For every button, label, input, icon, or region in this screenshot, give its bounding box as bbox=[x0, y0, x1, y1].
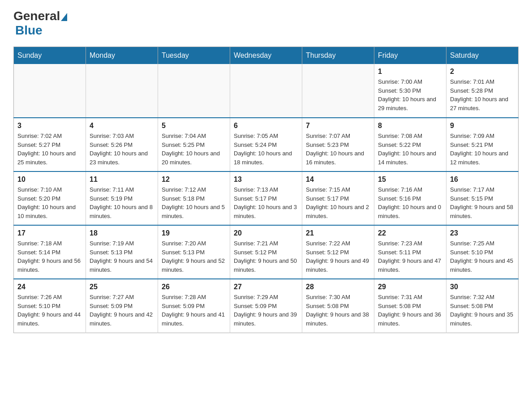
weekday-header-tuesday: Tuesday bbox=[158, 47, 230, 64]
day-number: 7 bbox=[306, 122, 370, 130]
calendar-cell: 3Sunrise: 7:02 AMSunset: 5:27 PMDaylight… bbox=[14, 118, 86, 171]
calendar-cell bbox=[230, 64, 302, 118]
day-info: Sunrise: 7:26 AMSunset: 5:10 PMDaylight:… bbox=[17, 293, 82, 328]
weekday-header-thursday: Thursday bbox=[302, 47, 374, 64]
day-info: Sunrise: 7:19 AMSunset: 5:13 PMDaylight:… bbox=[90, 239, 154, 274]
calendar-week-row: 24Sunrise: 7:26 AMSunset: 5:10 PMDayligh… bbox=[14, 279, 519, 333]
day-info: Sunrise: 7:07 AMSunset: 5:23 PMDaylight:… bbox=[306, 132, 370, 167]
day-number: 2 bbox=[450, 68, 515, 76]
day-info: Sunrise: 7:00 AMSunset: 5:30 PMDaylight:… bbox=[378, 77, 442, 112]
day-number: 9 bbox=[450, 122, 515, 130]
day-number: 26 bbox=[162, 283, 226, 291]
day-number: 25 bbox=[90, 283, 154, 291]
calendar-cell: 12Sunrise: 7:12 AMSunset: 5:18 PMDayligh… bbox=[158, 171, 230, 225]
calendar-cell: 21Sunrise: 7:22 AMSunset: 5:12 PMDayligh… bbox=[302, 225, 374, 279]
calendar-cell: 19Sunrise: 7:20 AMSunset: 5:13 PMDayligh… bbox=[158, 225, 230, 279]
day-number: 23 bbox=[450, 229, 515, 237]
day-number: 18 bbox=[90, 229, 154, 237]
calendar-week-row: 10Sunrise: 7:10 AMSunset: 5:20 PMDayligh… bbox=[14, 171, 519, 225]
day-info: Sunrise: 7:12 AMSunset: 5:18 PMDaylight:… bbox=[162, 185, 226, 220]
day-info: Sunrise: 7:04 AMSunset: 5:25 PMDaylight:… bbox=[162, 132, 226, 167]
day-number: 22 bbox=[378, 229, 442, 237]
day-info: Sunrise: 7:32 AMSunset: 5:08 PMDaylight:… bbox=[450, 293, 515, 328]
day-number: 28 bbox=[306, 283, 370, 291]
calendar-cell: 24Sunrise: 7:26 AMSunset: 5:10 PMDayligh… bbox=[14, 279, 86, 333]
weekday-header-saturday: Saturday bbox=[446, 47, 519, 64]
day-number: 13 bbox=[234, 176, 298, 184]
day-number: 12 bbox=[162, 176, 226, 184]
calendar-cell: 18Sunrise: 7:19 AMSunset: 5:13 PMDayligh… bbox=[86, 225, 158, 279]
calendar-cell: 25Sunrise: 7:27 AMSunset: 5:09 PMDayligh… bbox=[86, 279, 158, 333]
day-number: 11 bbox=[90, 176, 154, 184]
calendar-cell: 14Sunrise: 7:15 AMSunset: 5:17 PMDayligh… bbox=[302, 171, 374, 225]
weekday-header-friday: Friday bbox=[374, 47, 446, 64]
calendar-cell bbox=[14, 64, 86, 118]
day-info: Sunrise: 7:16 AMSunset: 5:16 PMDaylight:… bbox=[378, 185, 442, 220]
calendar-cell: 4Sunrise: 7:03 AMSunset: 5:26 PMDaylight… bbox=[86, 118, 158, 171]
day-number: 30 bbox=[450, 283, 515, 291]
day-info: Sunrise: 7:11 AMSunset: 5:19 PMDaylight:… bbox=[90, 185, 154, 220]
day-info: Sunrise: 7:13 AMSunset: 5:17 PMDaylight:… bbox=[234, 185, 298, 220]
calendar-cell: 29Sunrise: 7:31 AMSunset: 5:08 PMDayligh… bbox=[374, 279, 446, 333]
day-info: Sunrise: 7:30 AMSunset: 5:08 PMDaylight:… bbox=[306, 293, 370, 328]
day-info: Sunrise: 7:10 AMSunset: 5:20 PMDaylight:… bbox=[17, 185, 82, 220]
calendar-cell bbox=[302, 64, 374, 118]
calendar-cell: 20Sunrise: 7:21 AMSunset: 5:12 PMDayligh… bbox=[230, 225, 302, 279]
calendar-cell bbox=[86, 64, 158, 118]
day-number: 24 bbox=[17, 283, 82, 291]
day-number: 3 bbox=[17, 122, 82, 130]
calendar-week-row: 3Sunrise: 7:02 AMSunset: 5:27 PMDaylight… bbox=[14, 118, 519, 171]
calendar-cell: 13Sunrise: 7:13 AMSunset: 5:17 PMDayligh… bbox=[230, 171, 302, 225]
page-header: General Blue bbox=[13, 9, 519, 38]
day-number: 1 bbox=[378, 68, 442, 76]
day-info: Sunrise: 7:22 AMSunset: 5:12 PMDaylight:… bbox=[306, 239, 370, 274]
day-info: Sunrise: 7:27 AMSunset: 5:09 PMDaylight:… bbox=[90, 293, 154, 328]
calendar-week-row: 1Sunrise: 7:00 AMSunset: 5:30 PMDaylight… bbox=[14, 64, 519, 118]
calendar-cell: 5Sunrise: 7:04 AMSunset: 5:25 PMDaylight… bbox=[158, 118, 230, 171]
calendar-cell: 22Sunrise: 7:23 AMSunset: 5:11 PMDayligh… bbox=[374, 225, 446, 279]
day-number: 8 bbox=[378, 122, 442, 130]
calendar-cell: 23Sunrise: 7:25 AMSunset: 5:10 PMDayligh… bbox=[446, 225, 519, 279]
day-number: 27 bbox=[234, 283, 298, 291]
calendar-cell: 27Sunrise: 7:29 AMSunset: 5:09 PMDayligh… bbox=[230, 279, 302, 333]
calendar-cell: 16Sunrise: 7:17 AMSunset: 5:15 PMDayligh… bbox=[446, 171, 519, 225]
day-info: Sunrise: 7:02 AMSunset: 5:27 PMDaylight:… bbox=[17, 132, 82, 167]
day-number: 6 bbox=[234, 122, 298, 130]
day-info: Sunrise: 7:01 AMSunset: 5:28 PMDaylight:… bbox=[450, 77, 515, 112]
calendar-cell: 1Sunrise: 7:00 AMSunset: 5:30 PMDaylight… bbox=[374, 64, 446, 118]
day-info: Sunrise: 7:08 AMSunset: 5:22 PMDaylight:… bbox=[378, 132, 442, 167]
day-number: 19 bbox=[162, 229, 226, 237]
day-info: Sunrise: 7:23 AMSunset: 5:11 PMDaylight:… bbox=[378, 239, 442, 274]
day-info: Sunrise: 7:21 AMSunset: 5:12 PMDaylight:… bbox=[234, 239, 298, 274]
day-info: Sunrise: 7:05 AMSunset: 5:24 PMDaylight:… bbox=[234, 132, 298, 167]
day-number: 15 bbox=[378, 176, 442, 184]
day-number: 10 bbox=[17, 176, 82, 184]
day-info: Sunrise: 7:18 AMSunset: 5:14 PMDaylight:… bbox=[17, 239, 82, 274]
calendar-cell: 11Sunrise: 7:11 AMSunset: 5:19 PMDayligh… bbox=[86, 171, 158, 225]
calendar-cell: 9Sunrise: 7:09 AMSunset: 5:21 PMDaylight… bbox=[446, 118, 519, 171]
day-number: 21 bbox=[306, 229, 370, 237]
day-info: Sunrise: 7:09 AMSunset: 5:21 PMDaylight:… bbox=[450, 132, 515, 167]
calendar-table: SundayMondayTuesdayWednesdayThursdayFrid… bbox=[13, 47, 519, 333]
calendar-cell: 15Sunrise: 7:16 AMSunset: 5:16 PMDayligh… bbox=[374, 171, 446, 225]
logo-triangle-icon bbox=[61, 13, 67, 21]
day-number: 20 bbox=[234, 229, 298, 237]
day-info: Sunrise: 7:28 AMSunset: 5:09 PMDaylight:… bbox=[162, 293, 226, 328]
weekday-header-monday: Monday bbox=[86, 47, 158, 64]
day-info: Sunrise: 7:03 AMSunset: 5:26 PMDaylight:… bbox=[90, 132, 154, 167]
day-info: Sunrise: 7:17 AMSunset: 5:15 PMDaylight:… bbox=[450, 185, 515, 220]
calendar-week-row: 17Sunrise: 7:18 AMSunset: 5:14 PMDayligh… bbox=[14, 225, 519, 279]
calendar-cell: 6Sunrise: 7:05 AMSunset: 5:24 PMDaylight… bbox=[230, 118, 302, 171]
day-number: 5 bbox=[162, 122, 226, 130]
calendar-cell: 28Sunrise: 7:30 AMSunset: 5:08 PMDayligh… bbox=[302, 279, 374, 333]
day-number: 4 bbox=[90, 122, 154, 130]
day-number: 29 bbox=[378, 283, 442, 291]
day-number: 14 bbox=[306, 176, 370, 184]
calendar-cell: 30Sunrise: 7:32 AMSunset: 5:08 PMDayligh… bbox=[446, 279, 519, 333]
calendar-cell: 26Sunrise: 7:28 AMSunset: 5:09 PMDayligh… bbox=[158, 279, 230, 333]
calendar-cell: 7Sunrise: 7:07 AMSunset: 5:23 PMDaylight… bbox=[302, 118, 374, 171]
calendar-cell: 2Sunrise: 7:01 AMSunset: 5:28 PMDaylight… bbox=[446, 64, 519, 118]
weekday-header-row: SundayMondayTuesdayWednesdayThursdayFrid… bbox=[14, 47, 519, 64]
logo-general-text: General bbox=[13, 9, 60, 23]
day-info: Sunrise: 7:31 AMSunset: 5:08 PMDaylight:… bbox=[378, 293, 442, 328]
